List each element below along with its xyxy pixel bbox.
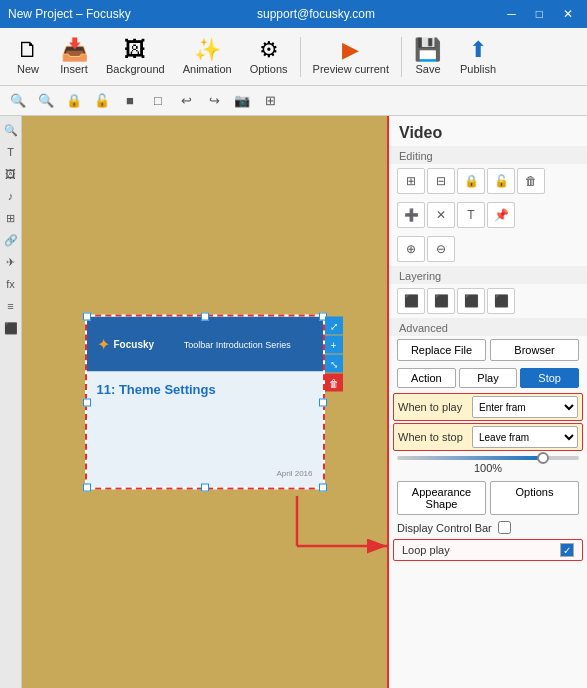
layering-section-label: Layering: [389, 266, 587, 284]
handle-bottom-right[interactable]: [319, 484, 327, 492]
when-to-stop-row: When to stop Leave fram Enter frame On c…: [393, 423, 583, 451]
image-icon[interactable]: 🖼: [1, 164, 21, 184]
zoom-out-button[interactable]: 🔍: [6, 89, 30, 113]
slide-delete-button[interactable]: 🗑: [325, 374, 343, 392]
unlock-icon-btn[interactable]: 🔓: [487, 168, 515, 194]
group-icon[interactable]: ⊞: [1, 208, 21, 228]
publish-label: Publish: [460, 63, 496, 75]
collapse-icon-btn[interactable]: ⊖: [427, 236, 455, 262]
slide-logo: ✦ Focusky: [97, 335, 155, 354]
new-button[interactable]: 🗋 New: [6, 32, 50, 82]
publish-button[interactable]: ⬆ Publish: [452, 32, 504, 82]
background-label: Background: [106, 63, 165, 75]
animation-label: Animation: [183, 63, 232, 75]
loop-play-checkbox[interactable]: ✓: [560, 543, 574, 557]
advanced-section-label: Advanced: [389, 318, 587, 336]
replace-file-button[interactable]: Replace File: [397, 339, 486, 361]
music-icon[interactable]: ♪: [1, 186, 21, 206]
animation-icon: ✨: [194, 39, 221, 61]
main-area: 🔍 T 🖼 ♪ ⊞ 🔗 ✈ fx ≡ ⬛ ✦ Focusky Toolbar I…: [0, 116, 587, 688]
insert-button[interactable]: 📥 Insert: [52, 32, 96, 82]
add-icon-btn[interactable]: ➕: [397, 202, 425, 228]
when-to-play-label: When to play: [398, 401, 468, 413]
background-icon: 🖼: [124, 39, 146, 61]
camera-button[interactable]: 📷: [230, 89, 254, 113]
opacity-value: 100%: [474, 462, 502, 474]
close-button[interactable]: ✕: [557, 5, 579, 23]
loop-play-row: Loop play ✓: [393, 539, 583, 561]
preview-button[interactable]: ▶ Preview current: [305, 32, 397, 82]
lock-button[interactable]: 🔒: [62, 89, 86, 113]
logo-text: Focusky: [114, 339, 155, 350]
maximize-button[interactable]: □: [530, 5, 549, 23]
handle-top-left[interactable]: [83, 313, 91, 321]
slide-expand-button[interactable]: ⤢: [325, 317, 343, 335]
slide-resize-button[interactable]: ⤡: [325, 355, 343, 373]
browser-button[interactable]: Browser: [490, 339, 579, 361]
layout-button[interactable]: ⊞: [258, 89, 282, 113]
toolbar-separator: [300, 37, 301, 77]
fill-button[interactable]: ■: [118, 89, 142, 113]
expand-icon-btn[interactable]: ⊕: [397, 236, 425, 262]
when-to-stop-label: When to stop: [398, 431, 468, 443]
merge-icon-btn[interactable]: ⊞: [397, 168, 425, 194]
editing-section-label: Editing: [389, 146, 587, 164]
delete-icon-btn[interactable]: 🗑: [517, 168, 545, 194]
layer3-btn[interactable]: ⬛: [457, 288, 485, 314]
canvas-area[interactable]: ✦ Focusky Toolbar Introduction Series 11…: [22, 116, 387, 688]
unmerge-icon-btn[interactable]: ⊟: [427, 168, 455, 194]
slide-actions: ⤢ + ⤡ 🗑: [325, 317, 343, 392]
handle-mid-right[interactable]: [319, 398, 327, 406]
opacity-track[interactable]: [397, 456, 579, 460]
options-button[interactable]: ⚙ Options: [242, 32, 296, 82]
handle-top-mid[interactable]: [201, 313, 209, 321]
plane-icon[interactable]: ✈: [1, 252, 21, 272]
zoom-icon[interactable]: 🔍: [1, 120, 21, 140]
handle-mid-left[interactable]: [83, 398, 91, 406]
new-label: New: [17, 63, 39, 75]
unlock-button[interactable]: 🔓: [90, 89, 114, 113]
fx-icon[interactable]: fx: [1, 274, 21, 294]
redo-button[interactable]: ↪: [202, 89, 226, 113]
layer4-btn[interactable]: ⬛: [487, 288, 515, 314]
when-to-stop-dropdown[interactable]: Leave fram Enter frame On click: [472, 426, 578, 448]
text-icon-btn[interactable]: T: [457, 202, 485, 228]
slide-add-button[interactable]: +: [325, 336, 343, 354]
minimize-button[interactable]: ─: [501, 5, 522, 23]
when-to-play-dropdown[interactable]: Enter fram Leave frame On click: [472, 396, 578, 418]
editing-icons-row3: ⊕ ⊖: [389, 232, 587, 266]
lock-icon-btn[interactable]: 🔒: [457, 168, 485, 194]
appearance-btn-row: Appearance Shape Options: [389, 478, 587, 518]
background-button[interactable]: 🖼 Background: [98, 32, 173, 82]
animation-button[interactable]: ✨ Animation: [175, 32, 240, 82]
remove-icon-btn[interactable]: ✕: [427, 202, 455, 228]
app-email: support@focusky.com: [257, 7, 375, 21]
save-button[interactable]: 💾 Save: [406, 32, 450, 82]
appearance-shape-button[interactable]: Appearance Shape: [397, 481, 486, 515]
handle-bottom-mid[interactable]: [201, 484, 209, 492]
unfill-button[interactable]: □: [146, 89, 170, 113]
layer1-btn[interactable]: ⬛: [397, 288, 425, 314]
tab-play[interactable]: Play: [459, 368, 518, 388]
opacity-thumb[interactable]: [537, 452, 549, 464]
handle-bottom-left[interactable]: [83, 484, 91, 492]
tab-action[interactable]: Action: [397, 368, 456, 388]
publish-icon: ⬆: [469, 39, 487, 61]
advanced-btn-row1: Replace File Browser: [389, 336, 587, 364]
text-icon[interactable]: T: [1, 142, 21, 162]
when-to-play-row: When to play Enter fram Leave frame On c…: [393, 393, 583, 421]
slide-container[interactable]: ✦ Focusky Toolbar Introduction Series 11…: [85, 315, 325, 490]
tab-stop[interactable]: Stop: [520, 368, 579, 388]
layer2-btn[interactable]: ⬛: [427, 288, 455, 314]
preview-label: Preview current: [313, 63, 389, 75]
undo-button[interactable]: ↩: [174, 89, 198, 113]
pin-icon-btn[interactable]: 📌: [487, 202, 515, 228]
options-btn[interactable]: Options: [490, 481, 579, 515]
stack-icon[interactable]: ≡: [1, 296, 21, 316]
link-icon[interactable]: 🔗: [1, 230, 21, 250]
layers-icon[interactable]: ⬛: [1, 318, 21, 338]
options-icon: ⚙: [259, 39, 279, 61]
display-control-checkbox[interactable]: [498, 521, 511, 534]
display-control-row: Display Control Bar: [389, 518, 587, 537]
zoom-in-button[interactable]: 🔍: [34, 89, 58, 113]
